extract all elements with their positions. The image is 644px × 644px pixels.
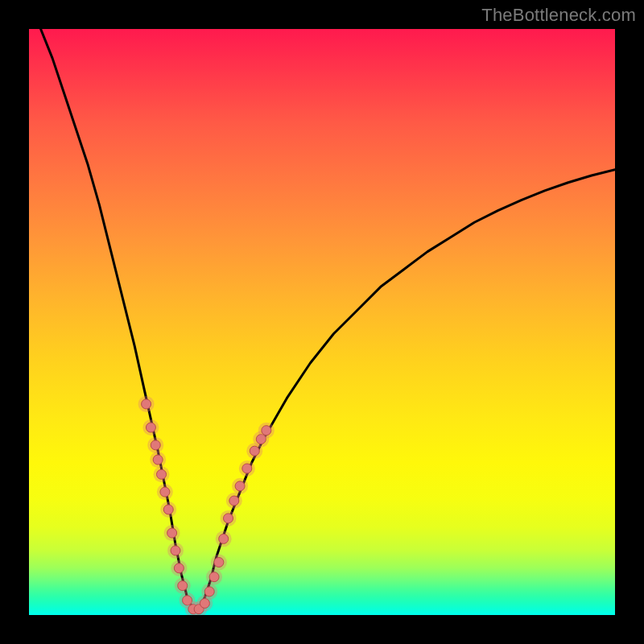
data-marker (163, 505, 173, 514)
data-marker (209, 572, 219, 582)
data-marker (174, 564, 184, 573)
data-marker (157, 469, 167, 479)
data-marker (171, 546, 180, 555)
data-marker (250, 446, 259, 456)
data-marker (153, 455, 163, 464)
data-marker (219, 534, 229, 543)
data-marker (160, 487, 170, 497)
data-marker (235, 481, 245, 491)
data-marker (224, 514, 233, 523)
chart-stage: TheBottleneck.com (0, 0, 644, 644)
marker-layer (138, 396, 275, 615)
watermark-text: TheBottleneck.com (481, 5, 636, 26)
curve-layer (41, 29, 615, 609)
data-marker (229, 496, 239, 506)
data-marker (178, 581, 188, 591)
chart-svg (29, 29, 615, 615)
bottleneck-curve (41, 29, 615, 609)
data-marker (146, 423, 155, 432)
data-marker (204, 587, 214, 597)
data-marker (167, 528, 177, 538)
data-marker (262, 426, 271, 436)
data-marker (142, 399, 151, 409)
data-marker (151, 440, 160, 450)
plot-area (29, 29, 615, 615)
data-marker (214, 557, 224, 567)
data-marker (200, 598, 209, 608)
data-marker (242, 464, 252, 473)
